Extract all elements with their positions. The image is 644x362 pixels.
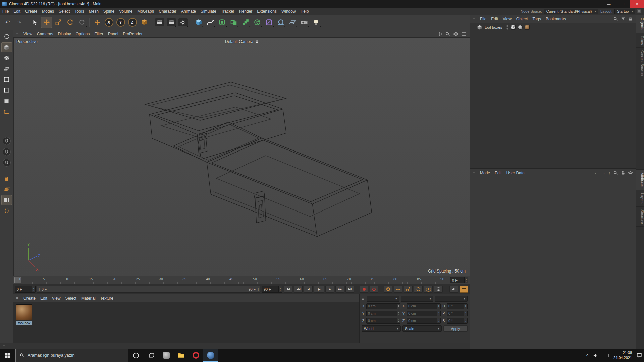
menu-file[interactable]: File <box>0 9 11 14</box>
spin-down-icon[interactable]: ▾ <box>464 321 467 322</box>
record-rotation-toggle[interactable] <box>414 286 423 293</box>
workplane-mode-button[interactable] <box>1 64 12 74</box>
vp-menu-panel[interactable]: Panel <box>106 32 121 36</box>
layout-grid-icon[interactable] <box>637 9 641 13</box>
spin-down-icon[interactable]: ▾ <box>465 280 468 282</box>
mat-menu-create[interactable]: Create <box>21 296 38 301</box>
ruler-frame-field[interactable]: 0 F ▴▾ <box>450 277 468 283</box>
menu-volume[interactable]: Volume <box>117 9 135 14</box>
texture-mode-button[interactable] <box>1 53 12 63</box>
next-frame-button[interactable]: ▶ <box>325 286 334 293</box>
mat-menu-select[interactable]: Select <box>63 296 79 301</box>
goto-start-button[interactable]: ▮◀ <box>284 286 292 293</box>
end-frame-field[interactable]: 90 F ▴▾ <box>262 286 282 293</box>
hamburger-icon[interactable]: ≡ <box>362 296 365 301</box>
light-button[interactable] <box>310 17 321 28</box>
tab-objects[interactable]: Objects <box>636 15 644 33</box>
keyframe-selection-button[interactable] <box>384 286 392 293</box>
opera-taskbar-icon[interactable] <box>189 349 203 362</box>
size-z-field[interactable]: 0 cm▴▾ <box>407 318 441 324</box>
spin-down-icon[interactable]: ▾ <box>464 313 467 315</box>
gimp-taskbar-icon[interactable] <box>159 349 174 362</box>
tab-content-browser[interactable]: Content Browser <box>636 48 644 79</box>
spin-down-icon[interactable]: ▾ <box>437 313 440 315</box>
world-select[interactable]: World▾ <box>362 325 401 332</box>
file-explorer-taskbar-icon[interactable] <box>174 349 189 362</box>
am-menu-userdata[interactable]: User Data <box>504 171 527 175</box>
forward-arrow-icon[interactable]: → <box>601 171 605 175</box>
make-editable-button[interactable] <box>1 32 12 42</box>
snap-button[interactable] <box>1 147 12 157</box>
lock-x-axis-button[interactable]: X <box>103 17 114 28</box>
points-mode-button[interactable] <box>1 74 12 84</box>
spinner[interactable]: ▴▾ <box>278 286 282 292</box>
search-icon[interactable] <box>613 171 618 175</box>
tab-attributes[interactable]: Attributes <box>636 170 644 190</box>
object-cube-icon[interactable] <box>477 25 482 30</box>
spinner[interactable]: ▴▾ <box>464 318 467 323</box>
om-menu-edit[interactable]: Edit <box>489 17 500 21</box>
spin-down-icon[interactable]: ▾ <box>279 289 282 291</box>
viewport-solo-button[interactable] <box>1 136 12 146</box>
menu-tools[interactable]: Tools <box>72 9 86 14</box>
back-arrow-icon[interactable]: ← <box>594 171 598 175</box>
spin-down-icon[interactable]: ▾ <box>397 321 400 322</box>
mat-menu-texture[interactable]: Texture <box>98 296 116 301</box>
material-thumbnail[interactable] <box>16 304 32 320</box>
mat-menu-material[interactable]: Material <box>79 296 98 301</box>
hamburger-icon[interactable]: ≡ <box>13 32 21 36</box>
vp-menu-options[interactable]: Options <box>73 32 92 36</box>
close-button[interactable]: × <box>630 0 644 8</box>
hamburger-icon[interactable]: ≡ <box>470 17 478 21</box>
volume-button[interactable] <box>252 17 263 28</box>
uvw-tag-icon[interactable] <box>511 25 516 30</box>
spinner[interactable]: ▴▾ <box>397 304 400 309</box>
menu-create[interactable]: Create <box>23 9 40 14</box>
polygons-mode-button[interactable] <box>1 96 12 106</box>
spin-down-icon[interactable]: ▾ <box>437 321 440 322</box>
up-arrow-icon[interactable]: ↑ <box>608 171 610 175</box>
view-name-label[interactable]: Perspective <box>16 39 38 44</box>
tab-layers[interactable]: Layers <box>636 190 644 207</box>
record-position-toggle[interactable] <box>394 286 402 293</box>
hamburger-icon[interactable]: ≡ <box>0 344 8 348</box>
node-space-select[interactable]: Current (Standard/Physical) ▾ <box>544 9 598 14</box>
hamburger-icon[interactable]: ≡ <box>470 171 478 175</box>
vp-menu-view[interactable]: View <box>21 32 35 36</box>
menu-render[interactable]: Render <box>237 9 255 14</box>
size-y-field[interactable]: 0 cm▴▾ <box>407 311 441 316</box>
record-keyframe-button[interactable] <box>360 286 368 293</box>
pos-x-field[interactable]: 0 cm▴▾ <box>366 303 400 309</box>
model-mode-button[interactable] <box>1 42 12 52</box>
coordinate-system-button[interactable] <box>139 17 150 28</box>
history-icon[interactable] <box>628 171 633 175</box>
phong-tag-icon[interactable] <box>518 25 523 30</box>
spin-down-icon[interactable]: ▾ <box>397 306 400 308</box>
om-menu-tags[interactable]: Tags <box>530 17 543 21</box>
perspective-viewport[interactable]: Perspective Default Camera Y Z X Grid Sp… <box>13 38 470 276</box>
spinner[interactable]: ▴▾ <box>437 311 440 316</box>
lock-icon[interactable] <box>628 17 633 21</box>
vp-menu-filter[interactable]: Filter <box>92 32 106 36</box>
render-view-button[interactable] <box>154 17 165 28</box>
lock-icon[interactable] <box>621 171 625 175</box>
enable-axis-button[interactable] <box>92 17 103 28</box>
maximize-button[interactable]: □ <box>616 0 630 8</box>
previous-key-button[interactable]: ◀◀ <box>294 286 303 293</box>
apply-button[interactable]: Apply <box>443 325 468 332</box>
visibility-dots[interactable] <box>506 25 508 30</box>
edges-mode-button[interactable] <box>1 85 12 95</box>
camera-button[interactable] <box>299 17 310 28</box>
material-name[interactable]: tool box <box>16 321 32 325</box>
lock-z-axis-button[interactable]: Z <box>127 17 138 28</box>
cinema4d-taskbar-icon[interactable] <box>203 349 218 362</box>
hidden-icons-chevron[interactable]: ^ <box>586 353 588 358</box>
menu-character[interactable]: Character <box>156 9 179 14</box>
minimize-button[interactable]: — <box>602 0 616 8</box>
spinner[interactable]: ▴▾ <box>437 304 440 309</box>
pos-z-field[interactable]: 0 cm▴▾ <box>366 318 400 324</box>
floor-button[interactable] <box>287 17 298 28</box>
hamburger-icon[interactable]: ≡ <box>13 296 21 301</box>
rot-p-field[interactable]: 0 °▴▾ <box>447 311 468 316</box>
om-menu-file[interactable]: File <box>478 17 489 21</box>
